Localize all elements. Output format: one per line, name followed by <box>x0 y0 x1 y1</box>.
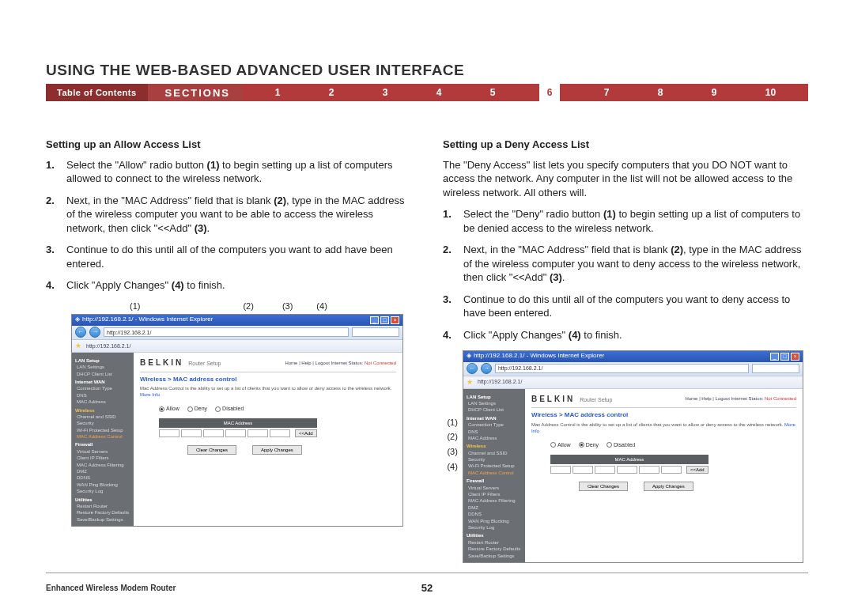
search-box[interactable] <box>352 327 399 337</box>
allow-radio[interactable] <box>550 442 556 448</box>
sidebar-item[interactable]: Client IP Filters <box>77 455 130 461</box>
sidebar-item[interactable]: DMZ <box>468 505 522 511</box>
sidebar-item[interactable]: Restore Factory Defaults <box>77 509 130 516</box>
radio-label: Allow <box>166 406 179 411</box>
sidebar-item[interactable]: MAC Address <box>77 399 130 405</box>
address-bar[interactable]: http://192.168.2.1/ <box>495 364 749 373</box>
forward-icon[interactable]: → <box>89 327 100 338</box>
sidebar-item[interactable]: Restart Router <box>77 503 130 509</box>
deny-radio[interactable] <box>579 442 584 448</box>
sidebar-item[interactable]: Wi-Fi Protected Setup <box>77 427 130 433</box>
back-icon[interactable]: ← <box>75 327 86 338</box>
address-bar[interactable]: http://192.168.2.1/ <box>104 327 349 337</box>
sidebar-item[interactable]: DMZ <box>77 468 130 474</box>
sidebar-item[interactable]: WAN Ping Blocking <box>468 518 522 524</box>
add-button[interactable]: <<Add <box>295 429 317 437</box>
disabled-radio[interactable] <box>606 442 612 448</box>
sidebar-item[interactable]: DDNS <box>77 474 130 481</box>
sidebar-item-active[interactable]: MAC Address Control <box>468 470 522 476</box>
mac-field[interactable] <box>617 466 637 474</box>
sidebar-item[interactable]: Save/Backup Settings <box>77 516 130 523</box>
sidebar-item[interactable]: MAC Address Filtering <box>468 497 522 504</box>
section-link-6[interactable]: 6 <box>539 84 561 101</box>
mac-field[interactable] <box>159 429 179 437</box>
tab-label[interactable]: http://192.168.2.1/ <box>478 378 522 385</box>
sidebar-item[interactable]: Channel and SSID <box>77 414 130 420</box>
mac-field[interactable] <box>270 429 290 437</box>
sidebar-item[interactable]: MAC Address Filtering <box>77 462 130 468</box>
sidebar-item-active[interactable]: MAC Address Control <box>77 433 130 440</box>
sidebar-item[interactable]: DHCP Client List <box>77 371 130 377</box>
clear-changes-button[interactable]: Clear Changes <box>579 482 628 491</box>
allow-radio[interactable] <box>159 406 164 412</box>
minimize-icon[interactable]: _ <box>370 316 379 324</box>
sidebar-item[interactable]: DNS <box>468 429 522 435</box>
forward-icon[interactable]: → <box>481 363 492 374</box>
mac-field[interactable] <box>572 466 593 474</box>
sidebar-item[interactable]: Connection Type <box>77 385 130 391</box>
mac-field[interactable] <box>248 429 268 437</box>
sidebar-item[interactable]: Save/Backup Settings <box>468 553 522 559</box>
step-text: Continue to do this until all of the com… <box>463 293 808 320</box>
sidebar-item[interactable]: Virtual Servers <box>77 448 130 455</box>
back-icon[interactable]: ← <box>467 363 478 374</box>
sidebar-item[interactable]: DDNS <box>468 511 522 517</box>
maximize-icon[interactable]: □ <box>380 316 389 324</box>
toc-link[interactable]: Table of Contents <box>46 84 148 101</box>
sidebar-item[interactable]: Restart Router <box>468 539 522 546</box>
apply-changes-button[interactable]: Apply Changes <box>252 445 302 455</box>
brand-logo: BELKIN <box>140 358 183 367</box>
clear-changes-button[interactable]: Clear Changes <box>187 445 236 455</box>
tab-label[interactable]: http://192.168.2.1/ <box>86 342 130 350</box>
apply-changes-button[interactable]: Apply Changes <box>644 482 693 491</box>
mac-field[interactable] <box>181 429 202 437</box>
status-links: Home | Help | Logout Internet Status: No… <box>685 395 796 402</box>
more-info-link[interactable]: More Info <box>140 392 160 397</box>
close-icon[interactable]: × <box>391 316 399 324</box>
add-button[interactable]: <<Add <box>686 466 709 474</box>
mac-field[interactable] <box>639 466 659 474</box>
sidebar-item[interactable]: DHCP Client List <box>468 406 522 413</box>
sidebar-item[interactable]: DNS <box>77 392 130 399</box>
sidebar-item[interactable]: Security Log <box>468 524 522 531</box>
sidebar-item[interactable]: Security Log <box>77 488 130 494</box>
sidebar-item[interactable]: MAC Address <box>468 435 522 441</box>
mac-field[interactable] <box>550 466 571 474</box>
page-number: 52 <box>421 582 433 594</box>
section-link-7[interactable]: 7 <box>599 87 614 98</box>
section-link-9[interactable]: 9 <box>707 87 722 98</box>
sidebar-item[interactable]: WAN Ping Blocking <box>77 482 130 488</box>
sidebar-item[interactable]: Wi-Fi Protected Setup <box>468 463 522 469</box>
favorites-icon[interactable]: ★ <box>75 341 81 350</box>
sidebar-item[interactable]: Channel and SSID <box>468 450 522 456</box>
callout-3: (3) <box>443 446 458 458</box>
mac-field[interactable] <box>225 429 246 437</box>
sidebar-item[interactable]: Security <box>468 456 522 463</box>
sidebar-item[interactable]: LAN Settings <box>468 400 522 406</box>
deny-radio[interactable] <box>187 406 193 412</box>
section-link-3[interactable]: 3 <box>378 87 393 98</box>
section-link-10[interactable]: 10 <box>761 87 780 98</box>
sidebar-item[interactable]: Virtual Servers <box>468 485 522 491</box>
sidebar-cat: LAN Setup <box>75 357 130 364</box>
close-icon[interactable]: × <box>791 353 799 361</box>
sidebar-item[interactable]: Client IP Filters <box>468 491 522 497</box>
mac-field[interactable] <box>661 466 682 474</box>
section-link-8[interactable]: 8 <box>653 87 668 98</box>
section-link-5[interactable]: 5 <box>486 87 501 98</box>
favorites-icon[interactable]: ★ <box>467 377 473 387</box>
disabled-radio[interactable] <box>215 406 221 412</box>
sidebar-item[interactable]: LAN Settings <box>77 364 130 370</box>
maximize-icon[interactable]: □ <box>780 353 789 361</box>
section-link-4[interactable]: 4 <box>432 87 447 98</box>
mac-field[interactable] <box>595 466 615 474</box>
search-box[interactable] <box>752 364 799 373</box>
minimize-icon[interactable]: _ <box>770 353 779 361</box>
section-link-2[interactable]: 2 <box>324 87 339 98</box>
browser-toolbar: ← → http://192.168.2.1/ <box>72 326 402 340</box>
sidebar-item[interactable]: Restore Factory Defaults <box>468 546 522 552</box>
sidebar-item[interactable]: Connection Type <box>468 421 522 428</box>
section-link-1[interactable]: 1 <box>270 87 285 98</box>
mac-field[interactable] <box>203 429 224 437</box>
sidebar-item[interactable]: Security <box>77 420 130 426</box>
